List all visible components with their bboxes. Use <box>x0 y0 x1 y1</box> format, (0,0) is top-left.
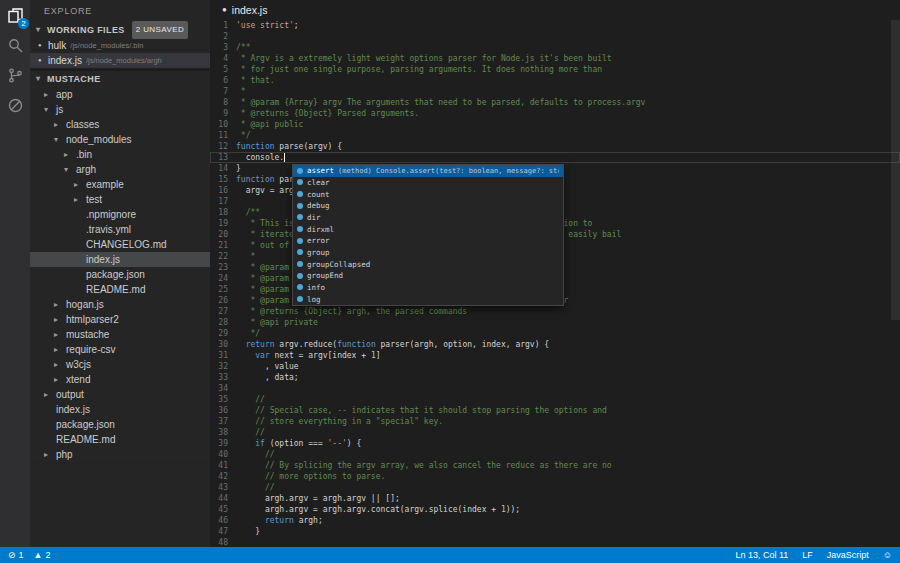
working-files-header[interactable]: ▾ WORKING FILES 2 UNSAVED <box>30 22 210 38</box>
suggestion-groupCollapsed[interactable]: groupCollapsed <box>293 258 563 270</box>
feedback-smiley-icon[interactable]: ☺ <box>883 550 892 560</box>
code-line-45[interactable]: 45 argh.argv = argh.argv.concat(argv.spl… <box>210 504 900 515</box>
code-line-4[interactable]: 4 * Argv is a extremely light weight opt… <box>210 53 900 64</box>
cursor-position[interactable]: Ln 13, Col 11 <box>735 550 788 560</box>
tree-file-.npmignore[interactable]: .npmignore <box>30 207 210 222</box>
working-file-item[interactable]: ●index.js/js/node_modules/argh <box>30 53 210 68</box>
code-line-30[interactable]: 30 return argv.reduce(function parser(ar… <box>210 339 900 350</box>
tree-item-label: xtend <box>66 372 90 387</box>
debug-icon[interactable] <box>0 90 30 120</box>
code-line-13[interactable]: 13 console. <box>210 152 900 163</box>
chevron-down-icon: ▾ <box>36 22 44 38</box>
line-number: 41 <box>210 460 236 471</box>
tree-folder-xtend[interactable]: ▸xtend <box>30 372 210 387</box>
code-line-47[interactable]: 47 } <box>210 526 900 537</box>
code-line-1[interactable]: 1'use strict'; <box>210 20 900 31</box>
tree-folder-.bin[interactable]: ▸.bin <box>30 147 210 162</box>
code-line-27[interactable]: 27 * @returns {Object} argh, the parsed … <box>210 306 900 317</box>
tree-file-index.js[interactable]: index.js <box>30 252 210 267</box>
chevron-right-icon: ▸ <box>44 387 53 402</box>
suggestion-error[interactable]: error <box>293 235 563 247</box>
code-line-43[interactable]: 43 // <box>210 482 900 493</box>
code-line-8[interactable]: 8 * @param {Array} argv The arguments th… <box>210 97 900 108</box>
suggestion-groupEnd[interactable]: groupEnd <box>293 270 563 282</box>
tree-folder-htmlparser2[interactable]: ▸htmlparser2 <box>30 312 210 327</box>
code-line-41[interactable]: 41 // By splicing the argv array, we als… <box>210 460 900 471</box>
code-line-5[interactable]: 5 * for just one single purpose, parsing… <box>210 64 900 75</box>
code-line-7[interactable]: 7 * <box>210 86 900 97</box>
suggestion-dirxml[interactable]: dirxml <box>293 223 563 235</box>
git-icon[interactable] <box>0 60 30 90</box>
code-line-34[interactable]: 34 <box>210 383 900 394</box>
code-line-29[interactable]: 29 */ <box>210 328 900 339</box>
code-line-32[interactable]: 32 , value <box>210 361 900 372</box>
tree-folder-node_modules[interactable]: ▾node_modules <box>30 132 210 147</box>
tree-file-README.md[interactable]: README.md <box>30 432 210 447</box>
code-line-3[interactable]: 3/** <box>210 42 900 53</box>
code-line-6[interactable]: 6 * that. <box>210 75 900 86</box>
tree-folder-classes[interactable]: ▸classes <box>30 117 210 132</box>
tree-root-header[interactable]: ▾ MUSTACHE <box>30 71 210 87</box>
line-number: 13 <box>210 152 236 163</box>
code-line-11[interactable]: 11 */ <box>210 130 900 141</box>
line-number: 30 <box>210 339 236 350</box>
tree-item-label: .bin <box>76 147 92 162</box>
suggestion-info[interactable]: info <box>293 282 563 294</box>
tree-folder-js[interactable]: ▾js <box>30 102 210 117</box>
code-line-9[interactable]: 9 * @returns {Object} Parsed arguments. <box>210 108 900 119</box>
editor-scrollbar[interactable] <box>891 20 900 320</box>
method-icon <box>297 214 303 220</box>
tree-folder-example[interactable]: ▸example <box>30 177 210 192</box>
code-line-37[interactable]: 37 // store everything in a "special" ke… <box>210 416 900 427</box>
suggestion-debug[interactable]: debug <box>293 200 563 212</box>
code-line-48[interactable]: 48 <box>210 537 900 547</box>
tree-file-CHANGELOG.md[interactable]: CHANGELOG.md <box>30 237 210 252</box>
tree-file-package.json[interactable]: package.json <box>30 267 210 282</box>
code-line-31[interactable]: 31 var next = argv[index + 1] <box>210 350 900 361</box>
tree-file-package.json[interactable]: package.json <box>30 417 210 432</box>
suggestion-clear[interactable]: clear <box>293 177 563 189</box>
tree-folder-hogan.js[interactable]: ▸hogan.js <box>30 297 210 312</box>
tree-folder-argh[interactable]: ▾argh <box>30 162 210 177</box>
eol-indicator[interactable]: LF <box>802 550 813 560</box>
code-line-35[interactable]: 35 // <box>210 394 900 405</box>
tree-folder-app[interactable]: ▸app <box>30 87 210 102</box>
warning-indicator[interactable]: ▲ 2 <box>34 550 51 560</box>
tree-item-label: test <box>86 192 102 207</box>
tree-file-index.js[interactable]: index.js <box>30 402 210 417</box>
code-line-36[interactable]: 36 // Special case, -- indicates that it… <box>210 405 900 416</box>
code-line-40[interactable]: 40 // <box>210 449 900 460</box>
code-line-2[interactable]: 2 <box>210 31 900 42</box>
code-line-42[interactable]: 42 // more options to parse. <box>210 471 900 482</box>
search-icon[interactable] <box>0 30 30 60</box>
code-line-12[interactable]: 12function parse(argv) { <box>210 141 900 152</box>
code-line-38[interactable]: 38 // <box>210 427 900 438</box>
tree-item-label: CHANGELOG.md <box>86 237 167 252</box>
tree-folder-require-csv[interactable]: ▸require-csv <box>30 342 210 357</box>
tree-file-.travis.yml[interactable]: .travis.yml <box>30 222 210 237</box>
tree-folder-php[interactable]: ▸php <box>30 447 210 462</box>
suggestion-log[interactable]: log <box>293 293 563 305</box>
suggestion-dir[interactable]: dir <box>293 212 563 224</box>
code-line-39[interactable]: 39 if (option === '--') { <box>210 438 900 449</box>
code-line-44[interactable]: 44 argh.argv = argh.argv || []; <box>210 493 900 504</box>
tree-folder-test[interactable]: ▸test <box>30 192 210 207</box>
code-line-28[interactable]: 28 * @api private <box>210 317 900 328</box>
code-line-46[interactable]: 46 return argh; <box>210 515 900 526</box>
tree-folder-output[interactable]: ▸output <box>30 387 210 402</box>
tree-folder-w3cjs[interactable]: ▸w3cjs <box>30 357 210 372</box>
line-number: 46 <box>210 515 236 526</box>
working-file-item[interactable]: ●hulk/js/node_modules/.bin <box>30 38 210 53</box>
suggestion-assert[interactable]: assert(method) Console.assert(test?: boo… <box>293 165 563 177</box>
tree-file-README.md[interactable]: README.md <box>30 282 210 297</box>
code-line-33[interactable]: 33 , data; <box>210 372 900 383</box>
suggestion-count[interactable]: count <box>293 188 563 200</box>
suggestion-group[interactable]: group <box>293 247 563 259</box>
explorer-icon[interactable]: 2 <box>0 0 30 30</box>
code-line-10[interactable]: 10 * @api public <box>210 119 900 130</box>
error-indicator[interactable]: ⊘ 1 <box>8 550 24 560</box>
line-number: 7 <box>210 86 236 97</box>
language-mode[interactable]: JavaScript <box>827 550 869 560</box>
suggest-list: assert(method) Console.assert(test?: boo… <box>293 165 563 305</box>
tree-folder-mustache[interactable]: ▸mustache <box>30 327 210 342</box>
